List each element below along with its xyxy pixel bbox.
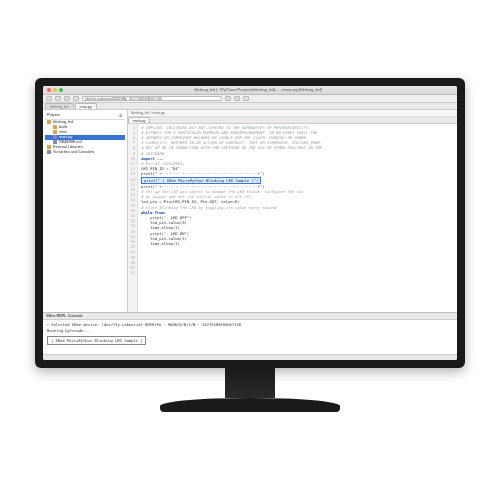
tab-project[interactable]: blinking_led: [45, 103, 74, 109]
window-title: blinking_led [~/PyCharmProjects/blinking…: [63, 87, 453, 92]
main-toolbar: /dev/tty.usbserial-00001FA · 35275309108…: [43, 95, 457, 103]
console-result: | XBee MicroPython Blinking LED Sample |: [47, 336, 146, 345]
project-sidebar: Project ⚙ blinking_ledbuildvenvmain.pyRE…: [43, 110, 128, 312]
sidebar-item-label: blinking_led: [53, 120, 73, 124]
folder-icon: [47, 120, 51, 124]
sidebar-title: Project: [47, 113, 60, 118]
console-running: Running bytecode...: [47, 328, 453, 334]
code-lines[interactable]: # IMPLIED, INCLUDING BUT NOT LIMITED TO …: [138, 124, 457, 312]
sidebar-item-label: venv: [59, 130, 67, 134]
toolbar-button[interactable]: [243, 96, 249, 101]
gear-icon[interactable]: ⚙: [119, 113, 123, 118]
toolbar-button[interactable]: [55, 96, 61, 101]
folder-icon: [53, 130, 57, 134]
editor-tabs: main.py: [128, 117, 457, 124]
file-icon: [47, 150, 51, 154]
top-tabs: blinking_led main.py: [43, 103, 457, 110]
close-icon[interactable]: [47, 88, 51, 92]
highlighted-line: print(" | XBee MicroPython Blinking LED …: [141, 177, 261, 184]
window-controls: [47, 88, 63, 92]
sidebar-header: Project ⚙: [45, 112, 125, 120]
file-icon: [53, 140, 57, 144]
monitor-stand-neck: [225, 368, 275, 398]
console-panel: XBee REPL Console ▸Selected XBee device:…: [43, 312, 457, 354]
tab-main-py[interactable]: main.py: [75, 103, 97, 109]
sidebar-item-label: build: [59, 125, 67, 129]
console-body[interactable]: ▸Selected XBee device: /dev/tty.usbseria…: [43, 320, 457, 354]
toolbar-button[interactable]: [64, 96, 70, 101]
monitor-bezel: blinking_led [~/PyCharmProjects/blinking…: [35, 78, 465, 368]
monitor-frame: blinking_led [~/PyCharmProjects/blinking…: [35, 78, 465, 423]
sidebar-item-label: External Libraries: [53, 145, 83, 149]
monitor-stand-base: [160, 398, 340, 412]
file-icon: [53, 135, 57, 139]
editor-tab-main[interactable]: main.py: [128, 117, 150, 123]
ide-window: blinking_led [~/PyCharmProjects/blinking…: [43, 86, 457, 360]
toolbar-button[interactable]: [46, 96, 52, 101]
code-editor[interactable]: 4567891011121314151617181920212223242526…: [128, 124, 457, 312]
sidebar-item[interactable]: Scratches and Consoles: [45, 150, 125, 155]
device-path-field[interactable]: /dev/tty.usbserial-00001FA · 35275309108…: [82, 96, 222, 101]
console-tab-label[interactable]: XBee REPL Console: [43, 313, 457, 320]
run-button[interactable]: [234, 96, 240, 101]
breadcrumb[interactable]: blinking_led › main.py: [128, 110, 457, 117]
folder-icon: [47, 145, 51, 149]
console-device: Selected XBee device: /dev/tty.usbserial…: [51, 322, 241, 327]
editor-area: blinking_led › main.py main.py 456789101…: [128, 110, 457, 312]
window-titlebar: blinking_led [~/PyCharmProjects/blinking…: [43, 86, 457, 95]
minimize-icon[interactable]: [53, 88, 57, 92]
main-split: Project ⚙ blinking_ledbuildvenvmain.pyRE…: [43, 110, 457, 312]
play-icon: ▸: [47, 322, 49, 327]
toolbar-button[interactable]: [73, 96, 79, 101]
toolbar-button[interactable]: [225, 96, 231, 101]
sidebar-item-label: Scratches and Consoles: [53, 150, 94, 154]
line-gutter: 4567891011121314151617181920212223242526…: [128, 124, 138, 312]
sidebar-item-label: main.py: [59, 135, 72, 139]
status-bar: [43, 354, 457, 360]
folder-icon: [53, 125, 57, 129]
sidebar-item-label: README.md: [59, 140, 82, 144]
